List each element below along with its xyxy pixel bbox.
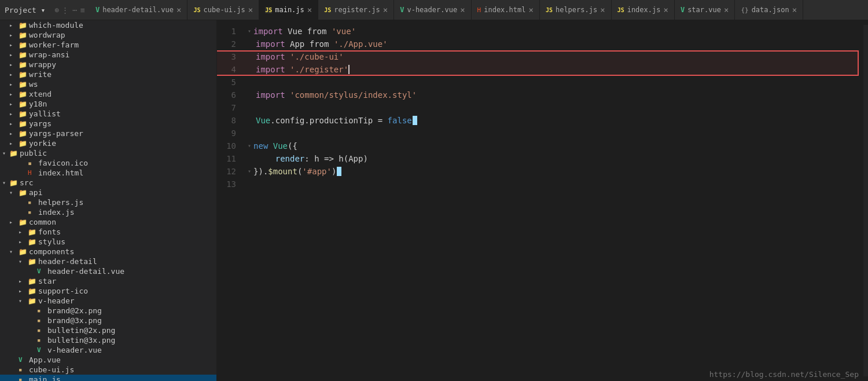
string-app: './App.vue'	[334, 38, 388, 50]
tab-register[interactable]: JS register.js ×	[318, 0, 394, 20]
sidebar-item-favicon[interactable]: ▪ favicon.ico	[0, 158, 216, 168]
arrow-icon: ▸	[9, 32, 19, 38]
sidebar-item-ws[interactable]: ▸ 📁 ws	[0, 79, 216, 89]
js-icon: JS	[265, 7, 272, 13]
sidebar-item-xtend[interactable]: ▸ 📁 xtend	[0, 89, 216, 99]
arrow-icon: ▸	[9, 91, 19, 97]
sidebar-item-index-js-api[interactable]: ▪ index.js	[0, 207, 216, 217]
arrow-icon: ▸	[9, 140, 19, 146]
sidebar-item-wrap-ansi[interactable]: ▸ 📁 wrap-ansi	[0, 50, 216, 60]
sidebar-item-which-module[interactable]: ▸ 📁 which-module	[0, 20, 216, 30]
tab-label: register.js	[334, 6, 380, 14]
sidebar-item-cube-ui-js[interactable]: ▪ cube-ui.js	[0, 365, 216, 375]
item-label: v-header	[38, 296, 216, 305]
sidebar-item-v-header-vue[interactable]: V v-header.vue	[0, 345, 216, 355]
code-text	[285, 89, 290, 101]
sidebar-item-app-vue[interactable]: V App.vue	[0, 355, 216, 365]
sidebar-item-fonts[interactable]: ▸ 📁 fonts	[0, 227, 216, 237]
sidebar-item-yargs-parser[interactable]: ▸ 📁 yargs-parser	[0, 129, 216, 138]
sidebar-item-stylus[interactable]: ▸ 📁 stylus	[0, 237, 216, 247]
item-label: yorkie	[29, 139, 216, 148]
sidebar-item-wordwrap[interactable]: ▸ 📁 wordwrap	[0, 30, 216, 40]
folder-icon: 📁	[28, 228, 38, 236]
fold-marker-12[interactable]: ▾	[248, 165, 251, 178]
code-line-10: ▾ new Vue ({	[248, 140, 863, 152]
string-app-id: '#app'	[302, 165, 332, 178]
code-area[interactable]: 1 2 3 4 5 6 7 8 9 10 11 12 13 ▾ import	[217, 20, 868, 381]
folder-icon: 📁	[28, 277, 38, 285]
close-icon[interactable]: ×	[528, 5, 533, 14]
close-icon[interactable]: ×	[663, 5, 668, 14]
sidebar-item-common[interactable]: ▸ 📁 common	[0, 217, 216, 227]
code-content[interactable]: ▾ import Vue from 'vue' import App from …	[243, 25, 863, 376]
fold-marker-10[interactable]: ▾	[248, 140, 251, 152]
from-keyword: from	[310, 38, 329, 50]
fold-marker-1[interactable]: ▾	[248, 25, 251, 38]
sidebar-item-brand3x[interactable]: ▪ brand@3x.png	[0, 316, 216, 325]
arrow-icon: ▸	[9, 22, 19, 28]
close-icon[interactable]: ×	[383, 5, 388, 14]
item-label: api	[29, 188, 216, 197]
folder-icon: 📁	[19, 189, 29, 197]
sidebar-item-bulletin2x[interactable]: ▪ bulletin@2x.png	[0, 325, 216, 335]
sidebar-item-yargs[interactable]: ▸ 📁 yargs	[0, 119, 216, 129]
code-line-4: import './register'	[248, 63, 863, 76]
tab-index-js[interactable]: JS index.js ×	[612, 0, 675, 20]
sidebar-item-v-header[interactable]: ▾ 📁 v-header	[0, 296, 216, 306]
close-icon[interactable]: ×	[600, 5, 605, 14]
sidebar-item-public[interactable]: ▾ 📁 public	[0, 148, 216, 158]
tab-main-js[interactable]: JS main.js ×	[259, 0, 318, 20]
sidebar-item-star[interactable]: ▸ 📁 star	[0, 276, 216, 286]
tab-v-header[interactable]: V v-header.vue ×	[394, 0, 471, 20]
editor[interactable]: 1 2 3 4 5 6 7 8 9 10 11 12 13 ▾ import	[217, 20, 868, 381]
tab-bar: Project ▾ ⊕ ⋮ ⋯ ≡ V header-detail.vue × …	[0, 0, 868, 20]
tab-star[interactable]: V star.vue ×	[675, 0, 735, 20]
sidebar[interactable]: ▸ 📁 which-module ▸ 📁 wordwrap ▸ 📁 worker…	[0, 20, 217, 381]
png-icon: ▪	[37, 327, 47, 334]
sidebar-item-wrappy[interactable]: ▸ 📁 wrappy	[0, 60, 216, 69]
close-icon[interactable]: ×	[307, 5, 312, 14]
sidebar-item-helpers-js[interactable]: ▪ helpers.js	[0, 197, 216, 207]
tab-cube-ui[interactable]: JS cube-ui.js ×	[187, 0, 259, 20]
close-icon[interactable]: ×	[248, 5, 253, 14]
item-label: support-ico	[38, 287, 216, 295]
tab-helpers[interactable]: JS helpers.js ×	[540, 0, 612, 20]
line-numbers: 1 2 3 4 5 6 7 8 9 10 11 12 13	[217, 25, 243, 376]
sidebar-item-main-js[interactable]: ▪ main.js	[0, 375, 216, 381]
sidebar-item-brand2x[interactable]: ▪ brand@2x.png	[0, 306, 216, 316]
sidebar-item-components[interactable]: ▾ 📁 components	[0, 247, 216, 257]
text-cursor	[348, 65, 350, 74]
sidebar-item-src[interactable]: ▾ 📁 src	[0, 178, 216, 188]
arrow-icon: ▸	[9, 81, 19, 87]
sidebar-item-yorkie[interactable]: ▸ 📁 yorkie	[0, 138, 216, 148]
tab-index-html[interactable]: H index.html ×	[472, 0, 540, 20]
tab-data-json[interactable]: {} data.json ×	[735, 0, 803, 20]
sidebar-item-header-detail[interactable]: ▾ 📁 header-detail	[0, 257, 216, 266]
code-text: : h => h(App)	[304, 152, 368, 165]
tab-bar-controls[interactable]: Project ▾ ⊕ ⋮ ⋯ ≡	[0, 6, 90, 14]
sidebar-item-bulletin3x[interactable]: ▪ bulletin@3x.png	[0, 335, 216, 345]
sidebar-item-index-html[interactable]: H index.html	[0, 168, 216, 178]
close-icon[interactable]: ×	[792, 5, 797, 14]
item-label: App.vue	[29, 356, 216, 364]
code-line-12: ▾ }). $mount ( '#app' )	[248, 165, 863, 178]
sidebar-item-write[interactable]: ▸ 📁 write	[0, 69, 216, 79]
sidebar-item-worker-farm[interactable]: ▸ 📁 worker-farm	[0, 40, 216, 50]
code-line-9	[248, 127, 863, 140]
folder-icon: 📁	[28, 258, 38, 266]
sidebar-item-yallist[interactable]: ▸ 📁 yallist	[0, 109, 216, 119]
code-line-7	[248, 101, 863, 114]
close-icon[interactable]: ×	[176, 5, 181, 14]
scrollbar-right[interactable]	[863, 25, 868, 376]
code-line-2: import App from './App.vue'	[248, 38, 863, 50]
code-text	[285, 50, 290, 63]
close-icon[interactable]: ×	[724, 5, 729, 14]
sidebar-item-header-detail-vue[interactable]: V header-detail.vue	[0, 266, 216, 276]
code-line-11: render : h => h(App)	[248, 152, 863, 165]
js-icon: JS	[617, 7, 624, 13]
tab-header-detail[interactable]: V header-detail.vue ×	[90, 0, 188, 20]
sidebar-item-y18n[interactable]: ▸ 📁 y18n	[0, 99, 216, 109]
sidebar-item-support-ico[interactable]: ▸ 📁 support-ico	[0, 286, 216, 296]
close-icon[interactable]: ×	[460, 5, 465, 14]
sidebar-item-api[interactable]: ▾ 📁 api	[0, 188, 216, 197]
